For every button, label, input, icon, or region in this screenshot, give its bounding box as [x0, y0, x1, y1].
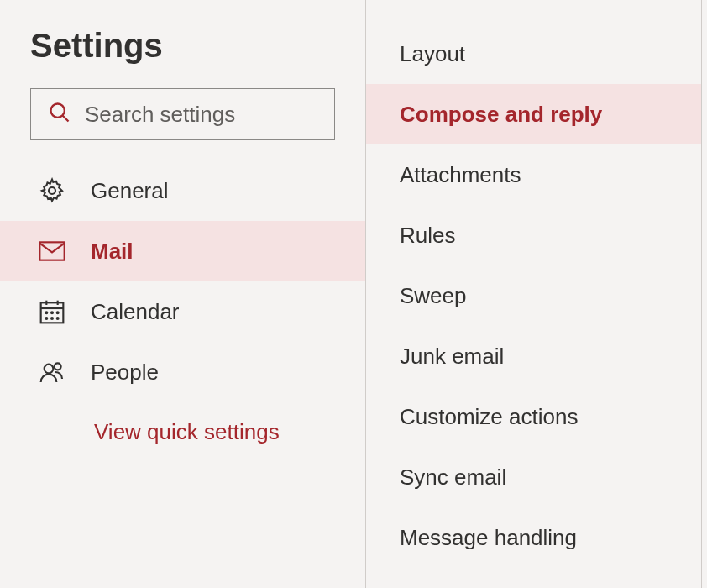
sub-item-label: Sweep: [400, 283, 467, 309]
sidebar-item-label: People: [91, 360, 159, 386]
sidebar-item-label: Mail: [91, 239, 134, 265]
view-quick-settings-link[interactable]: View quick settings: [0, 419, 365, 445]
sub-item-label: Attachments: [400, 162, 521, 188]
sub-item-label: Junk email: [400, 344, 504, 370]
sub-item-label: Customize actions: [400, 404, 578, 430]
svg-point-9: [51, 312, 53, 313]
settings-sidebar: Settings General: [0, 0, 366, 588]
svg-point-13: [57, 318, 59, 319]
sub-item-customize-actions[interactable]: Customize actions: [366, 386, 701, 447]
sub-item-label: Sync email: [400, 465, 506, 491]
sub-item-compose-and-reply[interactable]: Compose and reply: [366, 84, 701, 144]
sidebar-item-label: General: [91, 178, 169, 204]
search-input[interactable]: [85, 102, 317, 128]
sidebar-item-general[interactable]: General: [0, 160, 365, 221]
search-box[interactable]: [30, 88, 335, 140]
search-icon: [48, 101, 71, 128]
mail-icon: [37, 241, 67, 261]
sub-item-rules[interactable]: Rules: [366, 205, 701, 265]
calendar-icon: [37, 298, 67, 325]
svg-point-15: [55, 363, 61, 370]
panel-title: Settings: [0, 27, 365, 65]
sub-item-attachments[interactable]: Attachments: [366, 144, 701, 205]
sub-item-sweep[interactable]: Sweep: [366, 265, 701, 326]
people-icon: [37, 359, 67, 386]
svg-point-0: [51, 104, 65, 118]
sub-item-layout[interactable]: Layout: [366, 24, 701, 84]
sub-item-message-handling[interactable]: Message handling: [366, 507, 701, 568]
sidebar-item-mail[interactable]: Mail: [0, 221, 365, 281]
sub-item-label: Layout: [400, 41, 465, 67]
settings-subpanel: Layout Compose and reply Attachments Rul…: [366, 0, 702, 588]
gear-icon: [37, 177, 67, 204]
sub-item-sync-email[interactable]: Sync email: [366, 447, 701, 507]
sidebar-item-calendar[interactable]: Calendar: [0, 281, 365, 342]
svg-point-8: [45, 312, 47, 313]
svg-point-12: [51, 318, 53, 319]
svg-point-10: [57, 312, 59, 313]
svg-point-11: [45, 318, 47, 319]
sidebar-item-label: Calendar: [91, 299, 180, 325]
sub-item-label: Compose and reply: [400, 102, 602, 128]
sub-item-label: Message handling: [400, 525, 577, 551]
sub-item-label: Rules: [400, 223, 455, 249]
svg-line-1: [63, 116, 69, 122]
svg-point-14: [45, 365, 54, 374]
sidebar-item-people[interactable]: People: [0, 342, 365, 402]
svg-point-2: [49, 187, 55, 194]
svg-rect-3: [39, 242, 64, 260]
sub-item-junk-email[interactable]: Junk email: [366, 326, 701, 386]
